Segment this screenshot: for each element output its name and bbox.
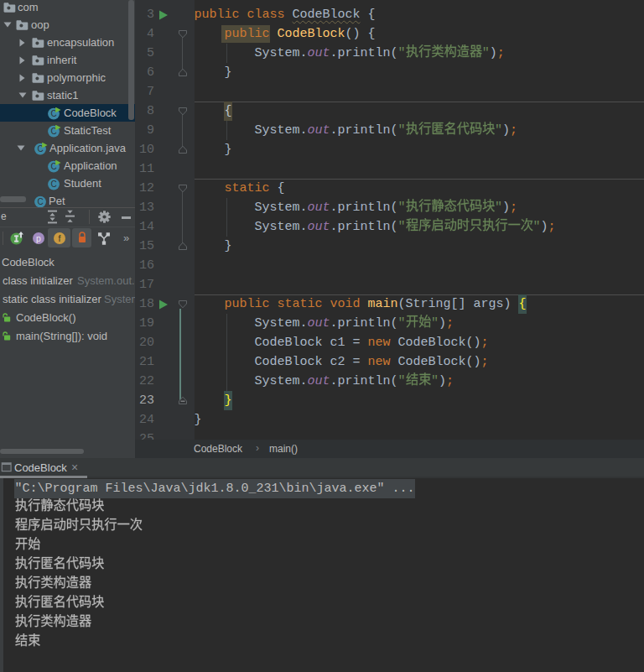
svg-text:f: f: [59, 233, 61, 243]
svg-text:p: p: [36, 233, 41, 243]
svg-text:C: C: [50, 180, 56, 189]
svg-text:C: C: [37, 197, 43, 206]
